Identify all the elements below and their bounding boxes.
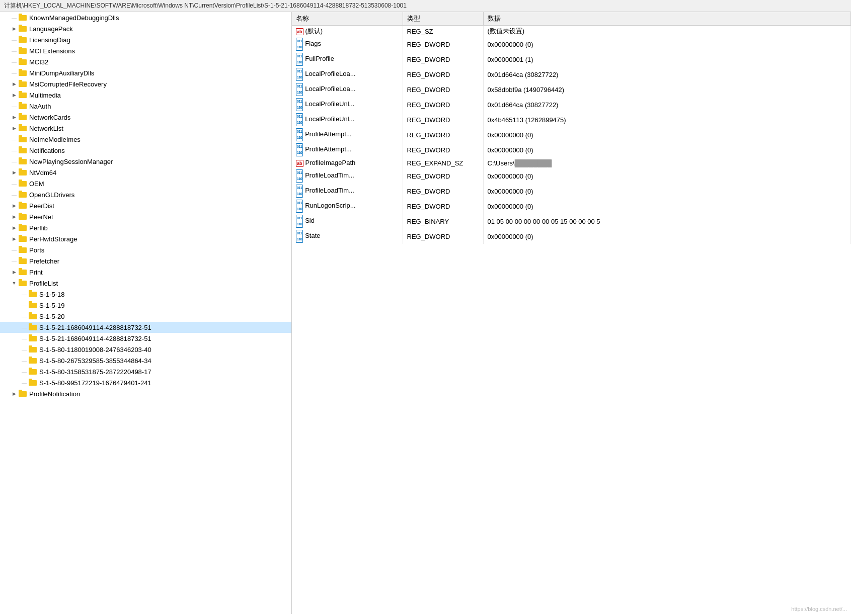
tree-item-Perflib[interactable]: ▶Perflib	[0, 222, 291, 233]
expand-icon[interactable]: ▶	[10, 213, 18, 221]
tree-item-S-1-5-21-a[interactable]: —S-1-5-21-1686049114-4288818732-51	[0, 322, 291, 333]
expand-icon[interactable]: ▶	[10, 268, 18, 276]
table-row[interactable]: 011110LocalProfileLoa...REG_DWORD0x58dbb…	[292, 82, 851, 97]
expand-icon[interactable]: ▶	[10, 25, 18, 33]
reg-name-text: ProfileLoadTim...	[305, 187, 354, 194]
tree-item-MCIExtensions[interactable]: —MCI Extensions	[0, 45, 291, 56]
reg-name-text: ProfileImagePath	[305, 159, 356, 166]
tree-item-label: NetworkList	[29, 125, 63, 132]
folder-icon	[18, 256, 27, 266]
expand-icon[interactable]: ▶	[10, 168, 18, 177]
tree-item-LicensingDiag[interactable]: —LicensingDiag	[0, 34, 291, 45]
expand-icon: —	[10, 36, 18, 44]
tree-item-Prefetcher[interactable]: —Prefetcher	[0, 255, 291, 267]
svg-rect-69	[19, 391, 27, 397]
reg-data-cell: 0x00000001 (1)	[483, 52, 851, 67]
dword-icon: 011110	[296, 230, 303, 243]
expand-icon[interactable]: ▶	[10, 113, 18, 121]
registry-tree-panel: —KnownManagedDebuggingDlls▶LanguagePack—…	[0, 12, 292, 614]
tree-item-NetworkCards[interactable]: ▶NetworkCards	[0, 112, 291, 123]
table-row[interactable]: 011110LocalProfileUnl...REG_DWORD0x01d66…	[292, 97, 851, 112]
table-row[interactable]: abProfileImagePathREG_EXPAND_SZC:\Users\…	[292, 157, 851, 168]
expand-icon: —	[10, 69, 18, 77]
tree-item-S-1-5-80-b[interactable]: —S-1-5-80-2675329585-3855344864-34	[0, 355, 291, 366]
tree-item-PeerNet[interactable]: ▶PeerNet	[0, 211, 291, 222]
table-row[interactable]: 011110ProfileAttempt...REG_DWORD0x000000…	[292, 142, 851, 157]
table-row[interactable]: 011110ProfileAttempt...REG_DWORD0x000000…	[292, 127, 851, 142]
table-row[interactable]: 011110RunLogonScrip...REG_DWORD0x0000000…	[292, 199, 851, 214]
reg-name-cell: 011110ProfileAttempt...	[292, 127, 403, 142]
table-row[interactable]: 011110StateREG_DWORD0x00000000 (0)	[292, 229, 851, 244]
table-row[interactable]: 011110FlagsREG_DWORD0x00000000 (0)	[292, 37, 851, 52]
watermark: https://blog.csdn.net/...	[791, 606, 847, 612]
expand-icon[interactable]: ▶	[10, 202, 18, 210]
reg-name-cell: 011110RunLogonScrip...	[292, 199, 403, 214]
tree-item-NaAuth[interactable]: —NaAuth	[0, 101, 291, 112]
tree-item-MsiCorruptedFileRecovery[interactable]: ▶MsiCorruptedFileRecovery	[0, 78, 291, 90]
tree-item-ProfileList[interactable]: ▼ProfileList	[0, 278, 291, 289]
tree-item-MiniDumpAuxiliaryDlls[interactable]: —MiniDumpAuxiliaryDlls	[0, 67, 291, 78]
table-row[interactable]: 011110SidREG_BINARY01 05 00 00 00 00 00 …	[292, 214, 851, 229]
tree-item-PerHwIdStorage[interactable]: ▶PerHwIdStorage	[0, 233, 291, 244]
tree-item-S-1-5-19[interactable]: —S-1-5-19	[0, 300, 291, 311]
table-row[interactable]: ab(默认)REG_SZ(数值未设置)	[292, 26, 851, 37]
tree-item-label: LicensingDiag	[29, 36, 70, 44]
reg-data-cell: 0x00000000 (0)	[483, 142, 851, 157]
folder-icon	[28, 312, 37, 321]
tree-item-NtVdm64[interactable]: ▶NtVdm64	[0, 167, 291, 178]
expand-icon[interactable]: ▶	[10, 80, 18, 88]
folder-icon	[18, 35, 27, 45]
table-row[interactable]: 011110LocalProfileLoa...REG_DWORD0x01d66…	[292, 67, 851, 82]
svg-rect-49	[19, 281, 27, 286]
tree-item-OEM[interactable]: —OEM	[0, 178, 291, 189]
table-row[interactable]: 011110LocalProfileUnl...REG_DWORD0x4b465…	[292, 112, 851, 127]
tree-item-label: ProfileList	[29, 280, 58, 287]
tree-item-Print[interactable]: ▶Print	[0, 267, 291, 278]
tree-item-Multimedia[interactable]: ▶Multimedia	[0, 90, 291, 101]
folder-icon	[28, 378, 37, 388]
tree-item-S-1-5-80-a[interactable]: —S-1-5-80-1180019008-2476346203-40	[0, 344, 291, 355]
folder-icon	[18, 24, 27, 34]
tree-item-Notifications[interactable]: —Notifications	[0, 145, 291, 156]
reg-name-text: State	[305, 232, 320, 239]
tree-item-NowPlayingSessionManager[interactable]: —NowPlayingSessionManager	[0, 156, 291, 167]
reg-data-cell: 0x00000000 (0)	[483, 37, 851, 52]
reg-data-cell: 0x00000000 (0)	[483, 229, 851, 244]
expand-icon[interactable]: ▶	[10, 91, 18, 99]
tree-item-MCI32[interactable]: —MCI32	[0, 56, 291, 67]
folder-icon	[18, 168, 27, 178]
expand-icon[interactable]: ▶	[10, 224, 18, 232]
tree-item-S-1-5-80-d[interactable]: —S-1-5-80-995172219-1676479401-241	[0, 377, 291, 388]
tree-item-Ports[interactable]: —Ports	[0, 244, 291, 255]
expand-icon[interactable]: ▼	[10, 279, 18, 287]
tree-item-NoImeModleImes[interactable]: —NoImeModleImes	[0, 134, 291, 145]
expand-icon[interactable]: ▶	[10, 390, 18, 398]
tree-item-label: S-1-5-80-1180019008-2476346203-40	[39, 346, 151, 354]
tree-item-label: PerHwIdStorage	[29, 235, 77, 243]
svg-rect-35	[19, 203, 27, 209]
tree-item-OpenGLDrivers[interactable]: —OpenGLDrivers	[0, 189, 291, 200]
svg-rect-19	[19, 115, 27, 120]
tree-item-PeerDist[interactable]: ▶PeerDist	[0, 200, 291, 211]
tree-item-NetworkList[interactable]: ▶NetworkList	[0, 123, 291, 134]
tree-item-S-1-5-80-c[interactable]: —S-1-5-80-3158531875-2872220498-17	[0, 366, 291, 377]
tree-item-S-1-5-21-b[interactable]: —S-1-5-21-1686049114-4288818732-51	[0, 333, 291, 344]
reg-type-cell: REG_DWORD	[403, 112, 483, 127]
reg-name-cell: 011110LocalProfileLoa...	[292, 67, 403, 82]
tree-item-S-1-5-18[interactable]: —S-1-5-18	[0, 289, 291, 300]
table-row[interactable]: 011110ProfileLoadTim...REG_DWORD0x000000…	[292, 184, 851, 199]
dword-icon: 011110	[296, 200, 303, 213]
tree-item-LanguagePack[interactable]: ▶LanguagePack	[0, 23, 291, 34]
tree-item-KnownManagedDebuggingDlls[interactable]: —KnownManagedDebuggingDlls	[0, 12, 291, 23]
tree-item-S-1-5-20[interactable]: —S-1-5-20	[0, 311, 291, 322]
tree-item-ProfileNotification[interactable]: ▶ProfileNotification	[0, 388, 291, 399]
folder-icon	[18, 13, 27, 23]
table-row[interactable]: 011110FullProfileREG_DWORD0x00000001 (1)	[292, 52, 851, 67]
expand-icon: —	[10, 47, 18, 55]
table-row[interactable]: 011110ProfileLoadTim...REG_DWORD0x000000…	[292, 168, 851, 184]
reg-data-cell: 0x00000000 (0)	[483, 199, 851, 214]
expand-icon: —	[10, 14, 18, 22]
folder-icon	[28, 323, 37, 332]
expand-icon[interactable]: ▶	[10, 235, 18, 243]
expand-icon[interactable]: ▶	[10, 124, 18, 132]
